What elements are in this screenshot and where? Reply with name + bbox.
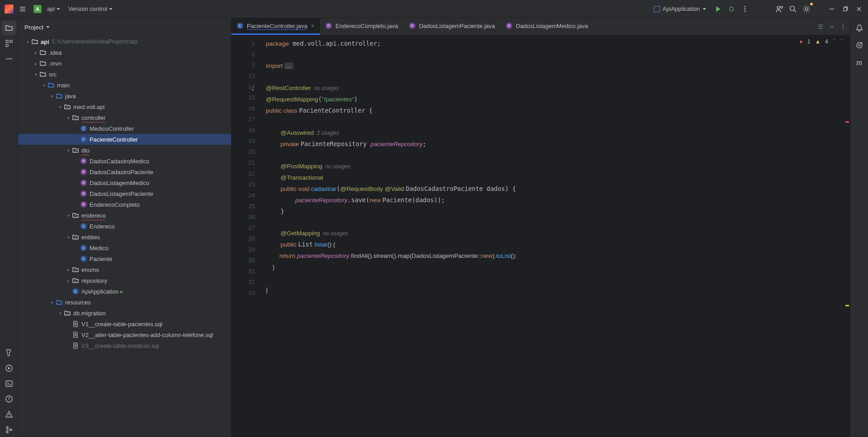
- tab-more-icon[interactable]: [840, 24, 846, 30]
- project-selector[interactable]: api: [44, 5, 63, 12]
- search-icon[interactable]: [788, 4, 798, 14]
- tree-item[interactable]: CPacienteController: [18, 134, 231, 145]
- svg-point-20: [10, 429, 12, 431]
- svg-point-21: [67, 107, 68, 108]
- close-window-icon[interactable]: [854, 4, 864, 14]
- tree-item[interactable]: RDadosCadastroMedico: [18, 156, 231, 166]
- vcs-selector[interactable]: Version control: [66, 5, 115, 12]
- tree-item[interactable]: RDadosCadastroPaciente: [18, 166, 231, 177]
- titlebar: A api Version control ApiApplication: [0, 0, 868, 18]
- svg-point-33: [859, 44, 860, 46]
- left-tool-rail: [0, 18, 18, 437]
- tree-item[interactable]: ▸repository: [18, 275, 231, 286]
- close-tab-icon[interactable]: ×: [311, 22, 315, 29]
- editor-tab[interactable]: RDadosListagemPaciente.java: [404, 18, 500, 35]
- more-tools-icon[interactable]: [2, 52, 16, 66]
- svg-point-14: [10, 58, 12, 60]
- warnings-tool-icon[interactable]: [2, 407, 16, 422]
- project-panel: Project ▾apiC:\Users\eronildo\IdeaProjec…: [18, 18, 231, 437]
- svg-point-5: [781, 6, 783, 8]
- tree-item[interactable]: ▾dto: [18, 145, 231, 156]
- settings-icon[interactable]: [801, 4, 812, 14]
- tree-item[interactable]: V3__create-table-medicos.sql: [18, 340, 231, 351]
- tree-item[interactable]: CEndereco: [18, 221, 231, 232]
- vcs-label: Version control: [68, 5, 107, 12]
- tree-item[interactable]: CMedicoController: [18, 123, 231, 134]
- ai-assistant-icon[interactable]: [852, 38, 867, 52]
- svg-point-12: [6, 58, 7, 60]
- tabs-actions: [817, 18, 850, 35]
- code-with-me-icon[interactable]: [774, 4, 785, 14]
- tree-item[interactable]: ▾java: [18, 90, 231, 101]
- run-button[interactable]: [712, 4, 723, 14]
- error-marker[interactable]: [845, 121, 849, 123]
- svg-rect-10: [10, 40, 12, 43]
- terminal-tool-icon[interactable]: [2, 376, 16, 391]
- hamburger-icon[interactable]: [17, 4, 28, 14]
- svg-point-26: [75, 270, 76, 271]
- tree-item[interactable]: ▾apiC:\Users\eronildo\IdeaProjects\api: [18, 36, 231, 47]
- tree-item[interactable]: ▾endereco: [18, 210, 231, 221]
- svg-point-1: [745, 6, 746, 7]
- svg-point-24: [75, 215, 76, 216]
- tree-item[interactable]: RDadosListagemMedico: [18, 177, 231, 188]
- tab-list-icon[interactable]: [817, 24, 824, 30]
- restore-window-icon[interactable]: [840, 4, 851, 14]
- tree-item[interactable]: CMedico: [18, 242, 231, 253]
- svg-point-18: [6, 427, 8, 428]
- chevron-down-icon: [46, 26, 50, 28]
- editor-tab[interactable]: REnderecoCompleto.java: [320, 18, 404, 35]
- vcs-tool-icon[interactable]: [2, 423, 16, 437]
- warning-count: 4: [825, 38, 828, 45]
- svg-rect-11: [6, 44, 8, 47]
- tree-item[interactable]: ▸.mvn: [18, 58, 231, 69]
- svg-point-3: [745, 10, 746, 12]
- editor-gutter[interactable]: 123▸131415161718192021222324252627282930…: [231, 35, 263, 437]
- run-config-selector[interactable]: ApiApplication: [650, 5, 710, 13]
- debug-button[interactable]: [726, 4, 737, 14]
- tree-item[interactable]: ▾resources: [18, 297, 231, 308]
- notifications-icon[interactable]: [852, 21, 867, 35]
- svg-point-30: [843, 26, 844, 27]
- tree-item[interactable]: ▸.idea: [18, 47, 231, 58]
- run-tool-icon[interactable]: [2, 361, 16, 375]
- ide-logo[interactable]: [4, 4, 14, 14]
- project-badge: A: [33, 5, 42, 13]
- editor-tab[interactable]: CPacienteController.java×: [231, 18, 320, 35]
- tree-item[interactable]: ▾db.migration: [18, 308, 231, 318]
- project-panel-header[interactable]: Project: [18, 18, 231, 36]
- maven-tool-icon[interactable]: m: [852, 55, 867, 70]
- tree-item[interactable]: V1__create-table-pacientes.sql: [18, 318, 231, 329]
- tree-item[interactable]: ▾med.voll.api: [18, 101, 231, 112]
- project-tool-icon[interactable]: [2, 21, 16, 35]
- tree-item[interactable]: CPaciente: [18, 253, 231, 264]
- editor-code[interactable]: package med.voll.api.controller; import …: [263, 35, 844, 437]
- svg-point-31: [843, 28, 844, 29]
- build-tool-icon[interactable]: [2, 346, 16, 360]
- project-name-label: api: [47, 5, 55, 12]
- more-actions-icon[interactable]: [740, 4, 750, 14]
- tab-dropdown-icon[interactable]: [829, 24, 835, 29]
- tree-item[interactable]: REnderecoCompleto: [18, 199, 231, 210]
- svg-rect-9: [6, 40, 8, 43]
- tree-item[interactable]: ▸enums: [18, 264, 231, 275]
- next-highlight-icon[interactable]: ˅: [840, 38, 844, 45]
- tree-item[interactable]: CApiApplication▸: [18, 286, 231, 297]
- project-tree[interactable]: ▾apiC:\Users\eronildo\IdeaProjects\api▸.…: [18, 36, 231, 437]
- prev-highlight-icon[interactable]: ˄: [833, 38, 836, 45]
- svg-point-13: [8, 58, 9, 60]
- tree-item[interactable]: ▾controller: [18, 112, 231, 123]
- tree-item[interactable]: ▾entities: [18, 232, 231, 242]
- structure-tool-icon[interactable]: [2, 36, 16, 51]
- tree-item[interactable]: RDadosListagemPaciente: [18, 188, 231, 199]
- minimize-window-icon[interactable]: [826, 4, 837, 14]
- tree-item[interactable]: ▾src: [18, 69, 231, 80]
- marker-rail[interactable]: [844, 35, 850, 437]
- inspection-indicators[interactable]: ●1 ▲4 ˄ ˅: [799, 38, 844, 45]
- tree-item[interactable]: V2__alter-table-pacientes-add-column-tel…: [18, 329, 231, 340]
- editor-body[interactable]: ●1 ▲4 ˄ ˅ 123▸13141516171819202122232425…: [231, 35, 850, 437]
- editor-tab[interactable]: RDadosListagemMedico.java: [500, 18, 594, 35]
- tree-item[interactable]: ▾main: [18, 80, 231, 90]
- problems-tool-icon[interactable]: [2, 392, 16, 406]
- warning-marker[interactable]: [845, 305, 849, 306]
